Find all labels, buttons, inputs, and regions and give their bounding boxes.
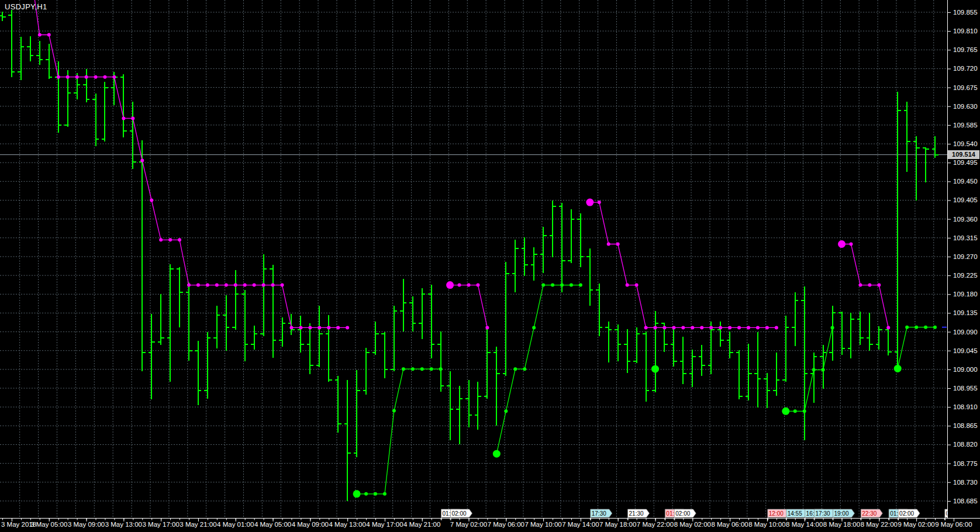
trail-dot [570, 284, 573, 287]
svg-text:17:30: 17:30 [816, 510, 830, 517]
buy-trail-line-signal-dot [353, 490, 361, 498]
trail-dot [225, 284, 228, 287]
trail-dot [150, 198, 153, 202]
svg-text:19:00: 19:00 [834, 510, 848, 517]
price-axis-label: 109.675 [953, 84, 978, 91]
trail-dot [318, 326, 321, 329]
trail-dot [411, 367, 415, 371]
time-axis-label: 7 May 22:00 [637, 521, 674, 528]
trail-dot [392, 409, 396, 413]
trail-dot [616, 243, 620, 246]
trail-dot [905, 326, 909, 329]
trail-dot [662, 326, 666, 329]
trail-dot [672, 326, 675, 329]
time-axis-label: 4 May 01:00 [217, 521, 254, 528]
trail-dot [262, 284, 265, 287]
price-axis-label: 109.315 [953, 234, 978, 241]
chart-canvas[interactable]: 01:0002:0017:3021:3001:0002:0012:0014:55… [0, 0, 980, 532]
time-axis-label: 4 May 17:00 [366, 521, 403, 528]
trail-dot [66, 75, 70, 79]
time-axis-label: 8 May 22:00 [861, 521, 898, 528]
trail-dot [858, 284, 862, 287]
trail-dot [476, 284, 479, 287]
trail-dot [775, 326, 778, 329]
trail-dot [346, 326, 349, 329]
trail-dot [831, 326, 834, 329]
trail-dot [140, 159, 144, 163]
trail-dot [933, 326, 937, 329]
trail-dot [131, 116, 134, 120]
trail-dot [94, 75, 98, 79]
time-axis-label: 3 May 09:00 [68, 521, 105, 528]
trail-dot [281, 284, 284, 287]
trail-dot [206, 284, 209, 287]
trail-dot [289, 326, 293, 329]
time-axis-label: 3 May 21:00 [180, 521, 216, 528]
trail-dot [728, 326, 731, 329]
time-axis-label: 3 May 17:00 [143, 521, 180, 528]
time-axis-label: 8 May 10:00 [748, 521, 785, 528]
price-axis-label: 109.180 [953, 291, 978, 298]
price-axis-label: 109.000 [953, 366, 978, 373]
trail-dot [234, 284, 237, 287]
trail-dot [308, 326, 312, 329]
price-axis-label: 109.720 [953, 65, 978, 72]
trail-dot [747, 326, 750, 329]
trail-dot [271, 284, 275, 287]
time-axis-label: 9 May 02:00 [898, 521, 934, 528]
time-axis-label: 4 May 13:00 [329, 521, 366, 528]
price-axis-label: 109.810 [953, 27, 978, 34]
time-axis-label: 4 May 21:00 [403, 521, 440, 528]
price-axis-label: 108.820 [953, 441, 978, 448]
price-axis-label: 108.775 [953, 460, 978, 467]
trail-dot [168, 238, 172, 241]
time-axis-label: 9 May 06:00 [935, 521, 972, 528]
time-axis-label: 8 May 06:00 [711, 521, 748, 528]
trail-dot [364, 492, 368, 496]
price-axis-label: 109.765 [953, 46, 978, 53]
trail-dot [215, 284, 219, 287]
trail-dot [681, 326, 685, 329]
sell-trail-line-signal-dot [838, 240, 846, 248]
trail-dot [187, 284, 191, 287]
trail-dot [644, 326, 648, 329]
trail-dot [159, 238, 163, 241]
time-axis-label: 8 May 18:00 [823, 521, 860, 528]
trail-dot [383, 492, 387, 496]
trail-dot [626, 284, 629, 287]
trail-dot [243, 284, 247, 287]
price-axis-label: 109.360 [953, 216, 978, 223]
time-axis-label: 7 May 02:00 [450, 521, 487, 528]
trail-dot [374, 492, 377, 496]
current-price-badge: 109.514 [948, 150, 979, 159]
trail-dot [299, 326, 302, 329]
price-axis-label: 109.495 [953, 159, 978, 166]
trail-dot [402, 367, 405, 371]
trail-dot [532, 326, 536, 329]
svg-text:02:00: 02:00 [675, 510, 690, 517]
trail-dot [103, 75, 106, 79]
trail-dot [85, 75, 88, 79]
price-axis-label: 108.685 [953, 498, 978, 505]
trail-dot [849, 243, 853, 246]
trail-dot [122, 116, 125, 120]
trail-dot [924, 326, 927, 329]
price-axis-label: 109.135 [953, 309, 978, 316]
price-axis-label: 109.585 [953, 122, 978, 129]
trail-dot [793, 409, 797, 413]
trail-dot [915, 326, 918, 329]
trail-dot [57, 75, 60, 79]
trail-dot [709, 326, 713, 329]
trail-dot [513, 367, 517, 371]
price-axis-label: 109.450 [953, 178, 978, 185]
time-axis-label: 4 May 09:00 [292, 521, 329, 528]
trail-dot [700, 326, 703, 329]
svg-text:17:30: 17:30 [592, 510, 606, 517]
trail-dot [523, 367, 526, 371]
price-axis-label: 109.270 [953, 253, 978, 260]
trail-dot [467, 284, 471, 287]
trail-dot [635, 284, 639, 287]
trail-dot [336, 326, 340, 329]
trail-dot [579, 284, 582, 287]
time-axis-label: 7 May 10:00 [524, 521, 561, 528]
